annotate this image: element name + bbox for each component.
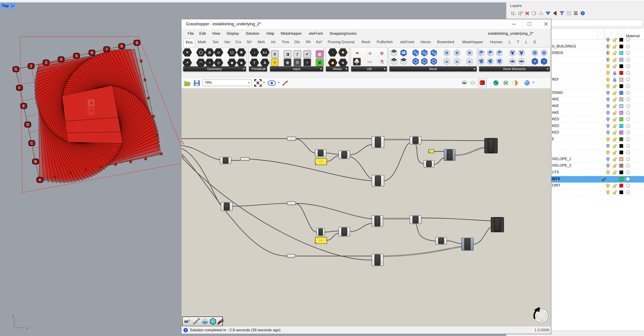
svg-text:9: 9 [136,41,138,45]
svg-text:+: + [515,13,516,16]
svg-text:✖: ✖ [68,170,72,175]
svg-text:!: ! [185,328,186,332]
svg-text:✖: ✖ [53,174,57,179]
svg-text:15: 15 [319,239,323,242]
svg-text:x: x [26,326,28,330]
svg-text:✖: ✖ [143,78,147,82]
svg-text:12: 12 [319,160,323,163]
svg-text:✖: ✖ [144,156,148,161]
svg-text:✖: ✖ [152,114,155,119]
svg-text:G: G [14,67,17,71]
svg-text:C: C [30,141,33,145]
svg-text:✖: ✖ [160,152,163,156]
svg-text:✖: ✖ [84,167,88,172]
svg-text:✖: ✖ [147,96,150,101]
svg-text:✖: ✖ [99,165,102,170]
svg-text:2: 2 [30,64,32,68]
svg-text:✖: ✖ [155,133,159,138]
svg-text:F: F [18,86,20,90]
svg-text:✖: ✖ [129,159,132,164]
svg-text:y: y [12,314,14,318]
svg-text:A: A [39,178,41,182]
svg-text:4: 4 [60,58,62,61]
svg-text:5: 5 [76,54,78,58]
svg-text:L: L [430,150,432,153]
svg-text:D: D [26,123,29,126]
svg-text:✖: ✖ [139,59,143,63]
svg-text:E: E [22,104,25,108]
svg-text:8: 8 [121,44,123,48]
svg-text:✖: ✖ [114,162,118,167]
svg-text:6: 6 [91,51,93,55]
svg-text:7: 7 [106,48,108,51]
svg-text:?: ? [582,12,584,15]
svg-text:B: B [34,160,37,163]
svg-text:3: 3 [45,61,47,65]
svg-text:A: A [212,320,214,322]
